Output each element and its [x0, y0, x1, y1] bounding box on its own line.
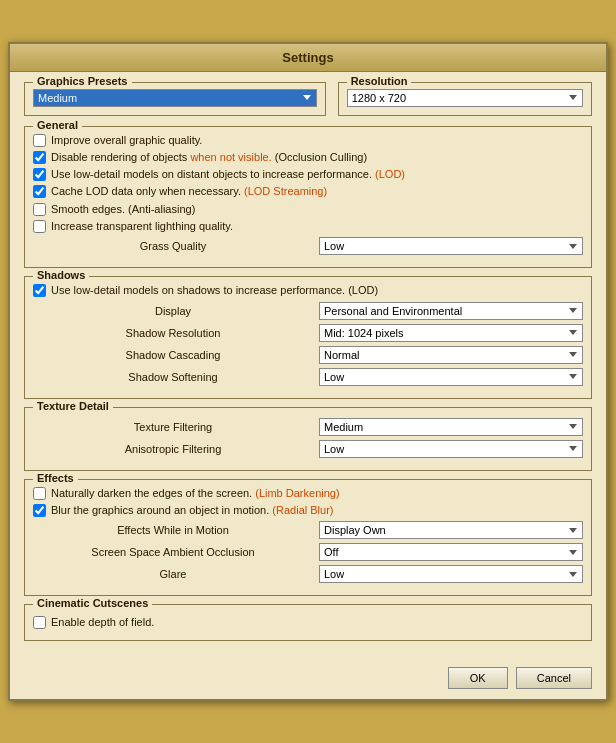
general-checkbox-2: Disable rendering of objects when not vi… — [33, 150, 583, 164]
effects-label: Effects — [33, 472, 78, 484]
shadow-display-select[interactable]: Personal and Environmental — [319, 302, 583, 320]
effects-cb-2-label: Blur the graphics around an object in mo… — [51, 503, 334, 517]
resolution-group: Resolution 1280 x 720 — [338, 82, 592, 116]
general-cb-3-label: Use low-detail models on distant objects… — [51, 167, 405, 181]
texture-filtering-label: Texture Filtering — [33, 419, 313, 435]
general-label: General — [33, 119, 82, 131]
shadows-checkbox-1: Use low-detail models on shadows to incr… — [33, 283, 583, 297]
ssao-select[interactable]: Off — [319, 543, 583, 561]
shadows-group: Shadows Use low-detail models on shadows… — [24, 276, 592, 398]
effects-group: Effects Naturally darken the edges of th… — [24, 479, 592, 597]
anisotropic-filtering-select[interactable]: Low — [319, 440, 583, 458]
general-cb-2[interactable] — [33, 151, 46, 164]
glare-row: Glare Low — [33, 565, 583, 583]
texture-detail-group: Texture Detail Texture Filtering Medium … — [24, 407, 592, 471]
dialog-title: Settings — [10, 44, 606, 72]
general-cb-5[interactable] — [33, 203, 46, 216]
graphics-presets-group: Graphics Presets Medium — [24, 82, 326, 116]
graphics-presets-label: Graphics Presets — [33, 75, 132, 87]
general-checkbox-1: Improve overall graphic quality. — [33, 133, 583, 147]
shadow-cascading-select[interactable]: Normal — [319, 346, 583, 364]
general-cb-4[interactable] — [33, 185, 46, 198]
effects-while-motion-select[interactable]: Display Own — [319, 521, 583, 539]
ssao-label: Screen Space Ambient Occlusion — [33, 544, 313, 560]
glare-select[interactable]: Low — [319, 565, 583, 583]
general-checkbox-3: Use low-detail models on distant objects… — [33, 167, 583, 181]
effects-checkbox-1: Naturally darken the edges of the screen… — [33, 486, 583, 500]
grass-quality-row: Grass Quality Low — [33, 237, 583, 255]
shadow-resolution-row: Shadow Resolution Mid: 1024 pixels — [33, 324, 583, 342]
shadow-resolution-label: Shadow Resolution — [33, 325, 313, 341]
resolution-label: Resolution — [347, 75, 412, 87]
effects-checkbox-2: Blur the graphics around an object in mo… — [33, 503, 583, 517]
general-cb-6[interactable] — [33, 220, 46, 233]
shadow-display-row: Display Personal and Environmental — [33, 302, 583, 320]
ssao-row: Screen Space Ambient Occlusion Off — [33, 543, 583, 561]
general-cb-3[interactable] — [33, 168, 46, 181]
graphics-presets-select[interactable]: Medium — [33, 89, 317, 107]
cinematic-checkbox-1: Enable depth of field. — [33, 615, 583, 629]
texture-detail-label: Texture Detail — [33, 400, 113, 412]
general-checkbox-6: Increase transparent lighthing quality. — [33, 219, 583, 233]
anisotropic-filtering-label: Anisotropic Filtering — [33, 441, 313, 457]
shadow-cascading-label: Shadow Cascading — [33, 347, 313, 363]
grass-quality-select[interactable]: Low — [319, 237, 583, 255]
anisotropic-filtering-row: Anisotropic Filtering Low — [33, 440, 583, 458]
effects-cb-1[interactable] — [33, 487, 46, 500]
shadow-softening-row: Shadow Softening Low — [33, 368, 583, 386]
glare-label: Glare — [33, 566, 313, 582]
cinematic-group: Cinematic Cutscenes Enable depth of fiel… — [24, 604, 592, 641]
grass-quality-label: Grass Quality — [33, 238, 313, 254]
general-cb-4-label: Cache LOD data only when necessary. (LOD… — [51, 184, 327, 198]
cancel-button[interactable]: Cancel — [516, 667, 592, 689]
general-cb-6-label: Increase transparent lighthing quality. — [51, 219, 233, 233]
effects-while-motion-label: Effects While in Motion — [33, 522, 313, 538]
texture-filtering-row: Texture Filtering Medium — [33, 418, 583, 436]
general-cb-5-label: Smooth edges. (Anti-aliasing) — [51, 202, 195, 216]
cinematic-cb-1-label: Enable depth of field. — [51, 615, 154, 629]
general-cb-2-label: Disable rendering of objects when not vi… — [51, 150, 367, 164]
shadow-softening-label: Shadow Softening — [33, 369, 313, 385]
general-cb-1[interactable] — [33, 134, 46, 147]
ok-button[interactable]: OK — [448, 667, 508, 689]
general-group: General Improve overall graphic quality.… — [24, 126, 592, 269]
shadow-softening-select[interactable]: Low — [319, 368, 583, 386]
shadow-display-label: Display — [33, 303, 313, 319]
dialog-buttons: OK Cancel — [10, 659, 606, 699]
general-checkbox-5: Smooth edges. (Anti-aliasing) — [33, 202, 583, 216]
shadow-resolution-select[interactable]: Mid: 1024 pixels — [319, 324, 583, 342]
shadows-cb-1-label: Use low-detail models on shadows to incr… — [51, 283, 378, 297]
effects-while-motion-row: Effects While in Motion Display Own — [33, 521, 583, 539]
texture-filtering-select[interactable]: Medium — [319, 418, 583, 436]
general-cb-1-label: Improve overall graphic quality. — [51, 133, 202, 147]
shadows-cb-1[interactable] — [33, 284, 46, 297]
shadow-cascading-row: Shadow Cascading Normal — [33, 346, 583, 364]
cinematic-label: Cinematic Cutscenes — [33, 597, 152, 609]
general-checkbox-4: Cache LOD data only when necessary. (LOD… — [33, 184, 583, 198]
cinematic-cb-1[interactable] — [33, 616, 46, 629]
settings-dialog: Settings Graphics Presets Medium Resolut… — [8, 42, 608, 702]
shadows-label: Shadows — [33, 269, 89, 281]
effects-cb-2[interactable] — [33, 504, 46, 517]
resolution-select[interactable]: 1280 x 720 — [347, 89, 583, 107]
effects-cb-1-label: Naturally darken the edges of the screen… — [51, 486, 340, 500]
